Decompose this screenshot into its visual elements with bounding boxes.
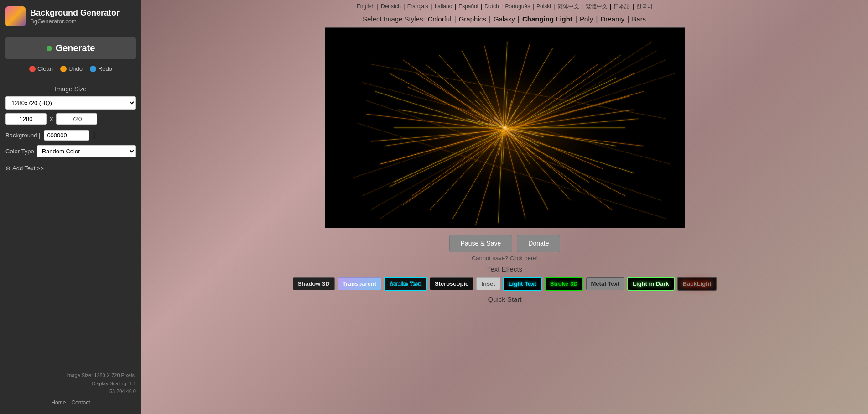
sidebar-info: Image Size: 1280 X 720 Pixels. Display S…: [5, 372, 136, 396]
lang-polski[interactable]: Polski: [536, 3, 551, 10]
lang-simplified-chinese[interactable]: 简体中文: [557, 3, 579, 10]
add-text-button[interactable]: ⊕ Add Text >>: [5, 163, 44, 173]
action-row: Clean Undo Redo: [0, 63, 141, 77]
redo-icon: [90, 66, 96, 72]
light-visualization: [325, 28, 685, 228]
canvas-area: [325, 27, 685, 228]
height-input[interactable]: [56, 113, 97, 125]
app-title: Background Generator: [30, 8, 120, 18]
effect-light-text-button[interactable]: Light Text: [503, 277, 542, 291]
size-x-label: X: [49, 115, 53, 123]
color-type-select[interactable]: Random Color Specific Color Gradient: [37, 145, 136, 157]
size-inputs-row: X: [5, 113, 136, 125]
lang-portugues[interactable]: Português: [505, 3, 530, 10]
app-title-block: Background Generator BgGenerator.com: [30, 8, 120, 25]
style-bars[interactable]: Bars: [632, 15, 646, 23]
effect-shadow3d-button[interactable]: Shadow 3D: [293, 277, 335, 290]
pause-save-button[interactable]: Pause & Save: [449, 235, 513, 252]
app-logo: [5, 6, 26, 26]
clean-icon: [29, 66, 36, 72]
text-effects-row: Shadow 3D Transparent Stroke Text Steros…: [293, 277, 717, 291]
style-dreamy[interactable]: Dreamy: [601, 15, 625, 23]
generate-indicator: [47, 46, 52, 51]
generate-button[interactable]: Generate: [5, 37, 136, 59]
clean-button[interactable]: Clean: [29, 65, 53, 72]
cannot-save-link[interactable]: Cannot save? Click here!: [472, 255, 538, 262]
clean-label: Clean: [37, 65, 53, 72]
lang-francais[interactable]: Français: [407, 3, 428, 10]
effect-inset-button[interactable]: Inset: [476, 277, 500, 290]
lang-espanol[interactable]: Español: [458, 3, 478, 10]
sidebar-header: Background Generator BgGenerator.com: [0, 0, 141, 33]
lang-bar: English | Deustch | Français | Italiano …: [141, 0, 868, 12]
undo-icon: [60, 66, 67, 72]
lang-korean[interactable]: 한국어: [636, 3, 653, 10]
sidebar-footer: Image Size: 1280 X 720 Pixels. Display S…: [0, 367, 141, 414]
undo-label: Undo: [68, 65, 83, 72]
lang-english[interactable]: English: [357, 3, 374, 10]
add-text-icon: ⊕: [5, 165, 10, 172]
text-effects-label: Text Effects: [487, 265, 522, 273]
generate-label: Generate: [56, 43, 95, 53]
donate-button[interactable]: Donate: [517, 235, 560, 252]
lang-italiano[interactable]: Italiano: [435, 3, 452, 10]
add-text-label: Add Text >>: [12, 165, 44, 172]
sidebar-divider: [0, 79, 141, 79]
sidebar-controls: Image Size 1280x720 (HQ) 1920x1080 (FHD)…: [0, 81, 141, 178]
app-subtitle: BgGenerator.com: [30, 18, 120, 25]
effect-metal-text-button[interactable]: Metal Text: [586, 277, 625, 290]
effect-backlight-button[interactable]: BackLight: [677, 277, 717, 291]
lang-deustch[interactable]: Deustch: [381, 3, 401, 10]
info-coords: 53 204 46 0: [5, 388, 136, 396]
bg-row: Background | |: [5, 130, 136, 141]
effect-steroscopic-button[interactable]: Steroscopic: [430, 277, 473, 290]
effect-light-in-dark-button[interactable]: Light in Dark: [627, 277, 674, 291]
info-scaling: Display Scaling: 1:1: [5, 380, 136, 388]
bg-label: Background |: [5, 132, 40, 139]
style-graphics[interactable]: Graphics: [459, 15, 486, 23]
image-size-label: Image Size: [5, 85, 136, 93]
effect-stroke3d-button[interactable]: Stroke 3D: [545, 277, 583, 291]
info-size: Image Size: 1280 X 720 Pixels.: [5, 372, 136, 380]
redo-button[interactable]: Redo: [90, 65, 112, 72]
bg-label-end: |: [93, 131, 95, 140]
width-input[interactable]: [5, 113, 47, 125]
undo-button[interactable]: Undo: [60, 65, 83, 72]
buttons-row: Pause & Save Donate: [449, 235, 561, 252]
home-link[interactable]: Home: [51, 399, 66, 406]
color-type-label: Color Type: [5, 148, 34, 155]
sidebar: Background Generator BgGenerator.com Gen…: [0, 0, 141, 414]
quick-start-label: Quick Start: [488, 295, 521, 303]
style-poly[interactable]: Poly: [580, 15, 593, 23]
redo-label: Redo: [98, 65, 112, 72]
effect-stroke-text-button[interactable]: Stroke Text: [384, 277, 427, 291]
style-galaxy[interactable]: Galaxy: [494, 15, 515, 23]
sidebar-links: Home Contact: [5, 396, 136, 409]
svg-point-45: [487, 114, 523, 141]
lang-dutch[interactable]: Dutch: [484, 3, 499, 10]
bg-color-input[interactable]: [44, 130, 89, 141]
size-preset-select[interactable]: 1280x720 (HQ) 1920x1080 (FHD) 800x600 Cu…: [5, 96, 136, 110]
style-changing-light[interactable]: Changing Light: [522, 15, 572, 23]
main-content: English | Deustch | Français | Italiano …: [141, 0, 868, 414]
effect-transparent-button[interactable]: Transparent: [338, 277, 381, 290]
style-colorful[interactable]: Colorful: [428, 15, 452, 23]
lang-traditional-chinese[interactable]: 繁體中文: [586, 3, 608, 10]
contact-link[interactable]: Contact: [71, 399, 90, 406]
style-prefix: Select Image Styles:: [363, 15, 427, 23]
color-type-row: Color Type Random Color Specific Color G…: [5, 145, 136, 157]
style-bar: Select Image Styles: Colorful | Graphics…: [141, 12, 868, 27]
lang-japanese[interactable]: 日本語: [613, 3, 630, 10]
